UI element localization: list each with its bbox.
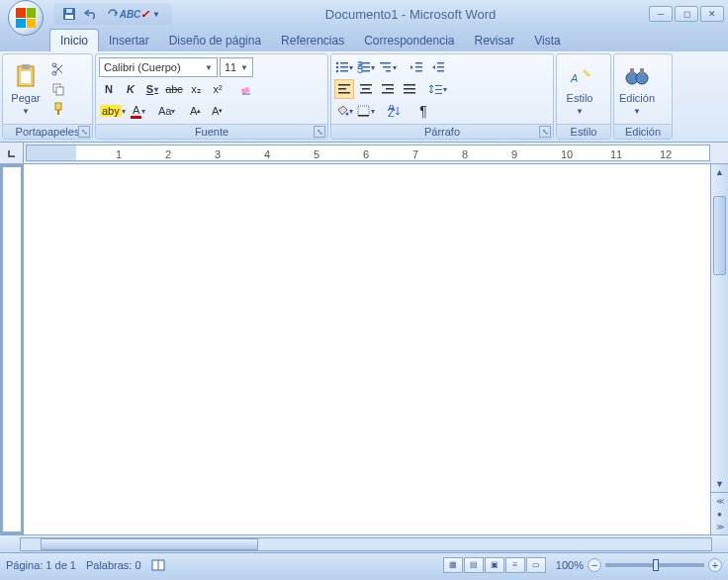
maximize-button[interactable]: ◻ — [675, 6, 698, 22]
svg-rect-43 — [404, 88, 415, 90]
superscript-button[interactable]: x² — [208, 79, 228, 99]
shading-button[interactable]: ▾ — [334, 101, 354, 121]
svg-text:Z: Z — [388, 107, 395, 117]
highlight-button[interactable]: aby▾ — [99, 101, 127, 121]
outline-view[interactable]: ≡ — [505, 557, 525, 573]
font-launcher[interactable]: ⤡ — [314, 126, 325, 138]
shrink-font-button[interactable]: A▾ — [208, 101, 228, 121]
tab-vista[interactable]: Vista — [524, 30, 570, 51]
decrease-indent-button[interactable] — [407, 57, 426, 77]
subscript-button[interactable]: x₂ — [186, 79, 206, 99]
tab-insertar[interactable]: Insertar — [99, 30, 159, 51]
close-button[interactable]: ✕ — [700, 6, 724, 22]
web-view[interactable]: ▣ — [485, 557, 504, 573]
tab-selector[interactable] — [0, 143, 24, 163]
editing-button[interactable]: Edición▼ — [616, 56, 658, 122]
change-case-button[interactable]: Aa▾ — [157, 101, 177, 121]
next-page-button[interactable]: ≫ — [711, 521, 728, 532]
group-styles: A Estilo▼ Estilo — [556, 53, 611, 140]
svg-rect-33 — [338, 84, 350, 86]
svg-rect-32 — [437, 70, 444, 72]
minimize-button[interactable]: ─ — [649, 6, 673, 22]
grow-font-button[interactable]: A▴ — [186, 101, 206, 121]
print-layout-view[interactable]: ▦ — [443, 557, 463, 573]
zoom-knob[interactable] — [653, 559, 659, 571]
paragraph-group-label: Párrafo — [424, 126, 460, 138]
zoom-slider[interactable] — [605, 563, 704, 567]
undo-icon[interactable] — [81, 5, 101, 23]
strike-button[interactable]: abc — [164, 79, 184, 99]
svg-point-16 — [336, 70, 339, 73]
show-marks-button[interactable]: ¶ — [413, 101, 433, 121]
paste-button[interactable]: Pegar▼ — [5, 56, 46, 122]
svg-rect-4 — [22, 64, 30, 69]
multilevel-button[interactable]: ▾ — [378, 57, 398, 77]
clipboard-launcher[interactable]: ⤡ — [78, 126, 90, 138]
group-font: Calibri (Cuerpo)▼ 11▼ N K S▾ abc x₂ x² a… — [95, 53, 328, 140]
language-status[interactable] — [151, 559, 165, 571]
qat-dropdown-icon[interactable]: ▼ — [146, 5, 166, 23]
zoom-in-button[interactable]: + — [708, 558, 722, 572]
svg-point-12 — [336, 62, 339, 65]
spacing-icon — [429, 83, 443, 95]
svg-rect-36 — [360, 84, 372, 86]
spellcheck-icon[interactable]: ABC✓ — [125, 5, 144, 23]
zoom-level[interactable]: 100% — [556, 559, 584, 571]
sort-button[interactable]: AZ — [385, 101, 405, 121]
copy-icon — [51, 82, 65, 96]
tab-revisar[interactable]: Revisar — [465, 30, 525, 51]
office-button[interactable] — [8, 0, 44, 36]
ruler-vertical[interactable] — [2, 166, 22, 532]
zoom-control: 100% − + — [556, 558, 722, 572]
document-page[interactable] — [24, 164, 710, 534]
font-name-select[interactable]: Calibri (Cuerpo)▼ — [99, 57, 218, 77]
ruler-horizontal[interactable]: 1 2 3 4 5 6 7 8 9 10 11 12 — [26, 145, 710, 161]
svg-rect-24 — [380, 62, 391, 64]
draft-view[interactable]: ▭ — [526, 557, 546, 573]
vscroll-thumb[interactable] — [713, 196, 726, 275]
tab-referencias[interactable]: Referencias — [271, 30, 354, 51]
browse-object-button[interactable]: ● — [711, 508, 728, 520]
tab-correspondencia[interactable]: Correspondencia — [354, 30, 464, 51]
cut-button[interactable] — [48, 60, 68, 78]
vertical-scrollbar[interactable]: ▲ ▼ ≪ ● ≫ — [710, 164, 728, 534]
bullets-button[interactable]: ▾ — [334, 57, 354, 77]
svg-rect-26 — [386, 70, 391, 72]
zoom-out-button[interactable]: − — [588, 558, 601, 572]
scroll-down-icon[interactable]: ▼ — [711, 476, 728, 492]
reading-view[interactable]: ▤ — [464, 557, 484, 573]
paragraph-launcher[interactable]: ⤡ — [539, 126, 551, 138]
svg-rect-46 — [435, 89, 442, 90]
clear-formatting-button[interactable] — [236, 79, 256, 99]
align-right-button[interactable] — [378, 79, 398, 99]
hscroll-thumb[interactable] — [41, 538, 258, 550]
italic-button[interactable]: K — [121, 79, 140, 99]
prev-page-button[interactable]: ≪ — [711, 495, 728, 507]
align-center-button[interactable] — [356, 79, 376, 99]
copy-button[interactable] — [48, 80, 68, 98]
justify-button[interactable] — [400, 79, 419, 99]
save-icon[interactable] — [59, 5, 79, 23]
increase-indent-button[interactable] — [428, 57, 448, 77]
word-count[interactable]: Palabras: 0 — [86, 559, 141, 571]
font-color-button[interactable]: A▾ — [129, 101, 148, 121]
borders-button[interactable]: ▾ — [356, 101, 376, 121]
status-bar: Página: 1 de 1 Palabras: 0 ▦ ▤ ▣ ≡ ▭ 100… — [0, 552, 728, 576]
sort-icon: AZ — [388, 105, 402, 117]
tab-inicio[interactable]: Inicio — [49, 29, 99, 51]
line-spacing-button[interactable]: ▾ — [428, 79, 448, 99]
font-size-select[interactable]: 11▼ — [220, 57, 253, 77]
horizontal-scrollbar[interactable] — [0, 534, 728, 552]
svg-rect-40 — [386, 88, 394, 90]
underline-button[interactable]: S▾ — [142, 79, 162, 99]
bold-button[interactable]: N — [99, 79, 119, 99]
scroll-up-icon[interactable]: ▲ — [711, 164, 728, 180]
page-status[interactable]: Página: 1 de 1 — [6, 559, 76, 571]
svg-rect-10 — [55, 103, 61, 110]
numbering-button[interactable]: 123▾ — [356, 57, 376, 77]
tab-diseno[interactable]: Diseño de página — [159, 30, 271, 51]
bullets-icon — [335, 61, 349, 73]
align-left-button[interactable] — [334, 79, 354, 99]
format-painter-button[interactable] — [48, 100, 68, 118]
styles-button[interactable]: A Estilo▼ — [559, 56, 600, 122]
